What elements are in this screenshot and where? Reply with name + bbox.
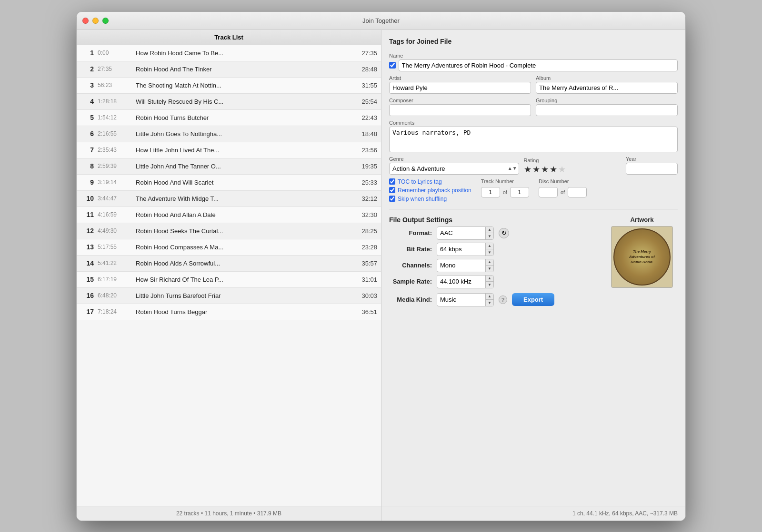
channels-stepper-btns: ▲ ▼ [485, 259, 493, 272]
genre-field-group: Genre Action & Adventure Audiobooks Fict… [389, 156, 519, 175]
composer-input[interactable] [389, 104, 531, 116]
shuffle-checkbox-row: Skip when shuffling [389, 196, 471, 202]
shuffle-checkbox[interactable] [389, 196, 395, 202]
name-checkbox[interactable] [389, 62, 396, 69]
format-select[interactable]: AAC MP3 AIFF [437, 227, 485, 238]
bitrate-stepper-down[interactable]: ▼ [486, 249, 493, 256]
channels-select[interactable]: Mono Stereo [437, 260, 485, 271]
track-num: 4 [80, 98, 94, 105]
artist-album-row: Artist Album [389, 75, 678, 94]
track-time: 1:28:18 [98, 98, 131, 105]
star-2[interactable]: ★ [532, 164, 540, 175]
album-label: Album [536, 75, 678, 81]
table-row[interactable]: 1 0:00 How Robin Hood Came To Be... 27:3… [77, 45, 381, 61]
track-of-text: of [503, 189, 507, 195]
bitrate-select[interactable]: 64 kbps 128 kbps 256 kbps [437, 244, 485, 255]
comments-textarea[interactable]: Various narrators, PD [389, 127, 678, 152]
table-row[interactable]: 11 4:16:59 Robin Hood And Allan A Dale 3… [77, 207, 381, 223]
name-input[interactable] [399, 59, 678, 71]
channels-stepper-down[interactable]: ▼ [486, 266, 493, 272]
star-4[interactable]: ★ [550, 164, 557, 175]
track-duration: 27:35 [356, 49, 377, 57]
media-kind-export-row: Media Kind: Music Audiobook Podcast ▲ ▼ [389, 293, 599, 306]
close-button[interactable] [82, 18, 89, 24]
album-input[interactable] [536, 82, 678, 94]
table-row[interactable]: 4 1:28:18 Will Stutely Rescued By His C.… [77, 94, 381, 110]
table-row[interactable]: 8 2:59:39 Little John And The Tanner O..… [77, 158, 381, 175]
table-row[interactable]: 6 2:16:55 Little John Goes To Nottingha.… [77, 126, 381, 142]
playback-checkbox[interactable] [389, 187, 395, 193]
rating-stars[interactable]: ★ ★ ★ ★ ★ [524, 164, 621, 175]
artist-input[interactable] [389, 82, 531, 94]
sample-rate-select[interactable]: 44.100 kHz 48.000 kHz [437, 276, 485, 287]
track-num: 14 [80, 259, 94, 267]
toc-label: TOC to Lyrics tag [398, 178, 442, 185]
maximize-button[interactable] [102, 18, 109, 24]
refresh-button[interactable]: ↻ [499, 228, 509, 238]
name-label: Name [389, 53, 678, 59]
export-button[interactable]: Export [512, 293, 554, 306]
track-title: Little John And The Tanner O... [136, 163, 356, 170]
table-row[interactable]: 17 7:18:24 Robin Hood Turns Beggar 36:51 [77, 304, 381, 320]
media-kind-stepper-down[interactable]: ▼ [486, 300, 493, 306]
bitrate-select-wrapper: 64 kbps 128 kbps 256 kbps ▲ ▼ [437, 243, 494, 256]
track-time: 4:49:30 [98, 227, 131, 234]
table-row[interactable]: 3 56:23 The Shooting Match At Nottin... … [77, 78, 381, 94]
minimize-button[interactable] [92, 18, 99, 24]
track-duration: 28:48 [356, 66, 377, 73]
star-5[interactable]: ★ [558, 164, 566, 175]
sample-rate-row: Sample Rate: 44.100 kHz 48.000 kHz ▲ ▼ [389, 275, 599, 288]
table-row[interactable]: 14 5:41:22 Robin Hood Aids A Sorrowful..… [77, 256, 381, 272]
track-num: 17 [80, 308, 94, 315]
bitrate-stepper-up[interactable]: ▲ [486, 243, 493, 249]
track-num: 7 [80, 146, 94, 154]
sample-rate-stepper-up[interactable]: ▲ [486, 276, 493, 282]
media-kind-stepper-up[interactable]: ▲ [486, 294, 493, 300]
genre-select[interactable]: Action & Adventure Audiobooks Fiction [389, 163, 519, 175]
help-button[interactable]: ? [499, 296, 507, 304]
track-list-header: Track List [77, 30, 381, 45]
track-time: 2:35:43 [98, 147, 131, 153]
disc-num-input[interactable] [539, 187, 558, 197]
table-row[interactable]: 9 3:19:14 Robin Hood And Will Scarlet 25… [77, 175, 381, 191]
track-num: 11 [80, 211, 94, 218]
table-row[interactable]: 2 27:35 Robin Hood And The Tinker 28:48 [77, 61, 381, 78]
track-duration: 36:51 [356, 308, 377, 315]
table-row[interactable]: 16 6:48:20 Little John Turns Barefoot Fr… [77, 288, 381, 304]
table-row[interactable]: 12 4:49:30 Robin Hood Seeks The Curtal..… [77, 223, 381, 239]
format-stepper-down[interactable]: ▼ [486, 233, 493, 239]
track-duration: 19:35 [356, 163, 377, 170]
track-title: Robin Hood Aids A Sorrowful... [136, 260, 356, 267]
track-duration: 22:43 [356, 114, 377, 121]
table-row[interactable]: 10 3:44:47 The Adventure With Midge T...… [77, 191, 381, 207]
track-num: 1 [80, 49, 94, 57]
checkboxes-col: TOC to Lyrics tag Remember playback posi… [389, 178, 471, 202]
table-row[interactable]: 15 6:17:19 How Sir Richard Of The Lea P.… [77, 272, 381, 288]
format-row: Format: AAC MP3 AIFF ▲ ▼ [389, 227, 599, 240]
star-3[interactable]: ★ [541, 164, 549, 175]
bottom-right-status: 1 ch, 44.1 kHz, 64 kbps, AAC, ~317.3 MB [381, 506, 685, 521]
grouping-input[interactable] [536, 104, 678, 116]
format-stepper-up[interactable]: ▲ [486, 227, 493, 233]
track-title: Robin Hood And Allan A Dale [136, 211, 356, 218]
track-title: Little John Goes To Nottingha... [136, 130, 356, 138]
disc-number-label: Disc Number [539, 178, 569, 184]
table-row[interactable]: 13 5:17:55 Robin Hood Compasses A Ma... … [77, 239, 381, 256]
table-row[interactable]: 7 2:35:43 How Little John Lived At The..… [77, 142, 381, 158]
track-total-input[interactable] [510, 187, 529, 197]
star-1[interactable]: ★ [524, 164, 531, 175]
channels-stepper-up[interactable]: ▲ [486, 259, 493, 266]
track-duration: 31:01 [356, 276, 377, 283]
artwork-box[interactable]: The Merry Adventures of Robin Hood. [611, 226, 673, 288]
track-num-input[interactable] [481, 187, 500, 197]
toc-checkbox[interactable] [389, 178, 395, 185]
year-input[interactable] [626, 163, 678, 175]
disc-total-input[interactable] [568, 187, 587, 197]
table-row[interactable]: 5 1:54:12 Robin Hood Turns Butcher 22:43 [77, 110, 381, 126]
sample-rate-stepper-down[interactable]: ▼ [486, 282, 493, 288]
media-kind-stepper-btns: ▲ ▼ [485, 294, 493, 306]
track-time: 1:54:12 [98, 114, 131, 121]
track-time: 0:00 [98, 49, 131, 56]
track-list-body[interactable]: 1 0:00 How Robin Hood Came To Be... 27:3… [77, 45, 381, 506]
media-kind-select[interactable]: Music Audiobook Podcast [437, 294, 485, 305]
